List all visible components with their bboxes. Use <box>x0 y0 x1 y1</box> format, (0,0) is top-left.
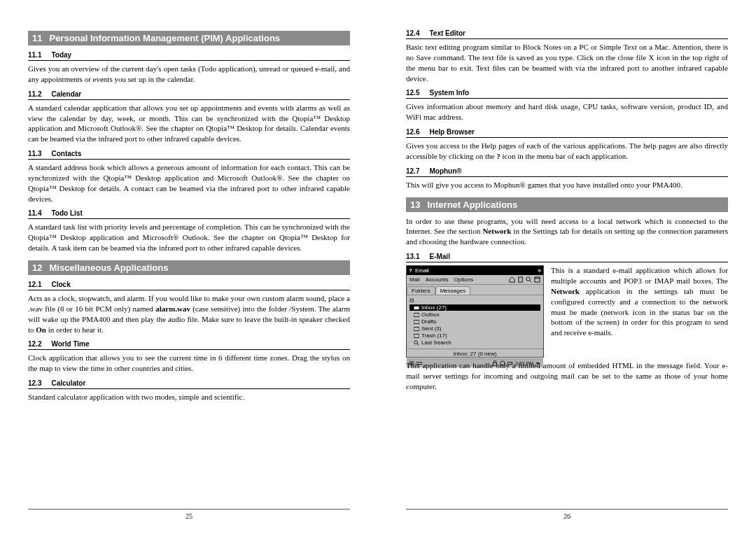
sub-12-2-title: World Time <box>51 340 89 348</box>
sub-13-1-title: E-Mail <box>429 253 449 260</box>
section-13-heading: 13 Internet Applications <box>406 197 728 212</box>
folder-trash[interactable]: Trash (17) <box>410 332 540 339</box>
document-icon[interactable] <box>517 276 524 283</box>
folder-icon <box>414 305 419 311</box>
svg-rect-6 <box>414 313 419 316</box>
section-13-num: 13 <box>410 199 420 210</box>
sub-12-6-num: 12.6 <box>406 128 419 136</box>
svg-line-11 <box>417 343 419 344</box>
svg-line-2 <box>529 281 531 283</box>
svg-rect-7 <box>414 320 419 323</box>
tab-row: Folders Messages <box>407 285 543 295</box>
sub-12-3-text: Standard calculator application with two… <box>28 392 350 402</box>
svg-rect-8 <box>414 327 419 330</box>
sub-12-7-text: This will give you access to Mophun® gam… <box>406 180 728 190</box>
email-app-figure: ? Email × Mail Accounts Options <box>406 265 544 358</box>
sub-12-3-title: Calculator <box>51 379 85 387</box>
folder-outbox-label: Outbox <box>421 311 440 318</box>
sub-11-2-num: 11.2 <box>28 90 41 98</box>
menu-mail[interactable]: Mail <box>410 276 420 283</box>
sub-12-5-text: Gives information about memory and hard … <box>406 101 728 122</box>
sub-12-3-heading: 12.3 Calculator <box>28 378 350 389</box>
sub-12-1-title: Clock <box>51 281 70 288</box>
sub-11-3-heading: 11.3 Contacts <box>28 148 350 160</box>
tab-folders[interactable]: Folders <box>407 286 435 295</box>
home-icon[interactable] <box>509 276 515 283</box>
page-left-footer: 25 <box>28 509 350 520</box>
sub-13-1-heading: 13.1 E-Mail <box>406 251 728 262</box>
sub-12-7-heading: 12.7 Mophun® <box>406 166 728 177</box>
help-icon[interactable]: ? <box>409 267 412 274</box>
sub-11-3-num: 11.3 <box>28 150 41 157</box>
sub-12-5-num: 12.5 <box>406 89 419 97</box>
section-11-title: Personal Information Management (PIM) Ap… <box>49 33 280 43</box>
page-left: 11 Personal Information Management (PIM)… <box>0 0 378 534</box>
folder-inbox-label: Inbox (27) <box>421 304 447 311</box>
page-right-footer: 26 <box>406 509 728 520</box>
tab-messages[interactable]: Messages <box>435 286 470 295</box>
folder-outbox[interactable]: Outbox <box>410 311 540 318</box>
sub-11-2-heading: 11.2 Calendar <box>28 89 350 100</box>
status-line: Inbox: 27 (0 new) <box>407 349 543 358</box>
folder-sent-label: Sent (3) <box>421 325 441 332</box>
sub-11-4-title: Todo List <box>51 209 82 217</box>
sub-11-4-heading: 11.4 Todo List <box>28 208 350 219</box>
svg-rect-9 <box>414 334 419 337</box>
sub-11-4-text: A standard task list with priority level… <box>28 222 350 253</box>
menu-accounts[interactable]: Accounts <box>426 276 449 283</box>
compose-icon[interactable] <box>534 276 540 283</box>
folder-last-search[interactable]: Last Search <box>410 339 540 346</box>
sub-12-4-title: Text Editor <box>429 29 465 37</box>
sub-11-2-title: Calendar <box>51 90 81 98</box>
sub-12-3-num: 12.3 <box>28 379 41 387</box>
page-right: 12.4 Text Editor Basic text editing prog… <box>378 0 756 534</box>
folder-inbox[interactable]: Inbox (27) <box>410 304 540 311</box>
sub-12-2-heading: 12.2 World Time <box>28 339 350 350</box>
menubar: Mail Accounts Options <box>407 275 543 285</box>
sub-12-2-num: 12.2 <box>28 340 41 348</box>
sub-11-3-text: A standard address book which allows a g… <box>28 162 350 204</box>
sub-12-7-num: 12.7 <box>406 167 419 175</box>
folder-last-label: Last Search <box>421 339 451 346</box>
sub-11-3-title: Contacts <box>51 150 81 157</box>
sub-12-4-text: Basic text editing program similar to Bl… <box>406 42 728 83</box>
sub-11-1-text: Gives you an overview of the current day… <box>28 64 350 85</box>
folder-icon <box>414 312 419 318</box>
sub-12-1-heading: 12.1 Clock <box>28 279 350 290</box>
close-icon[interactable]: × <box>538 267 541 274</box>
search-icon[interactable] <box>526 276 532 283</box>
section-12-num: 12 <box>32 262 42 273</box>
sub-13-1-num: 13.1 <box>406 253 419 260</box>
svg-rect-0 <box>519 277 522 282</box>
sub-12-4-num: 12.4 <box>406 29 419 37</box>
sub-12-1-num: 12.1 <box>28 281 41 288</box>
folder-icon <box>414 326 419 332</box>
svg-rect-5 <box>414 306 419 309</box>
section-12-heading: 12 Miscellaneous Applications <box>28 260 350 275</box>
tree-toggle[interactable]: ⊟ <box>410 297 540 304</box>
menu-options[interactable]: Options <box>454 276 474 283</box>
folder-drafts[interactable]: Drafts <box>410 318 540 325</box>
section-13-title: Internet Applications <box>427 199 517 210</box>
folder-drafts-label: Drafts <box>421 318 436 325</box>
section-12-title: Miscellaneous Applications <box>49 262 168 273</box>
folder-pane: ⊟ Inbox (27) Outbox Drafts <box>407 295 543 349</box>
svg-rect-3 <box>535 277 540 282</box>
folder-sent[interactable]: Sent (3) <box>410 325 540 332</box>
email-after-text: This application can handle only a limit… <box>406 360 728 392</box>
titlebar: ? Email × <box>407 266 543 275</box>
sub-12-5-title: System Info <box>429 89 469 97</box>
sub-12-1-text: Acts as a clock, stopwatch, and alarm. I… <box>28 293 350 335</box>
sub-12-6-title: Help Browser <box>429 128 474 136</box>
folder-icon <box>414 319 419 325</box>
section-13-intro: In order to use these programs, you will… <box>406 216 728 248</box>
folder-icon <box>414 333 419 339</box>
sub-11-4-num: 11.4 <box>28 209 41 217</box>
sub-12-2-text: Clock application that allows you to see… <box>28 353 350 374</box>
page-right-number: 26 <box>564 512 570 520</box>
page-left-number: 25 <box>186 512 192 520</box>
sub-11-1-heading: 11.1 Today <box>28 50 350 61</box>
email-beside-text: This is a standard e-mail application wh… <box>551 265 728 358</box>
sub-12-6-text: Gives you access to the Help pages of ea… <box>406 141 728 162</box>
sub-11-2-text: A standard calendar application that all… <box>28 103 350 144</box>
